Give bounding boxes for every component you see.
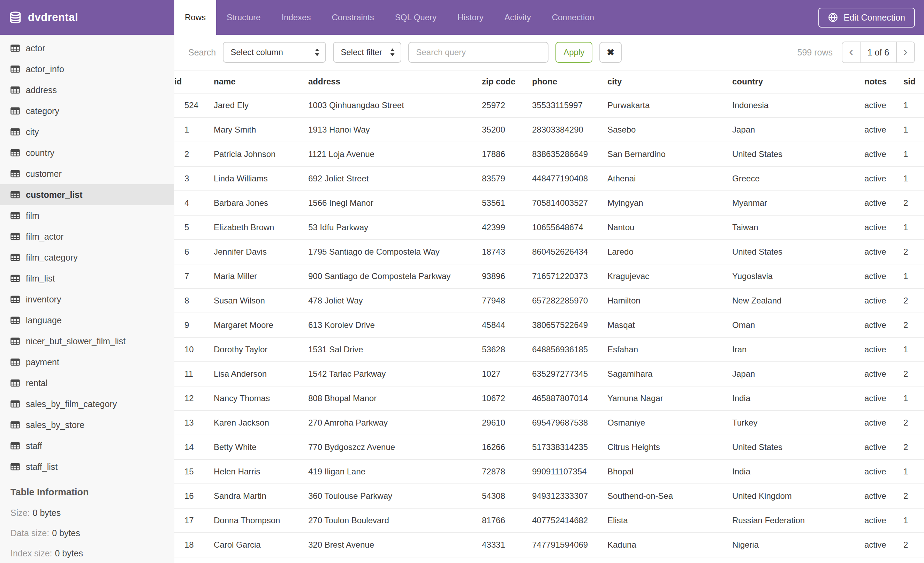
edit-connection-button[interactable]: Edit Connection <box>818 8 915 27</box>
table-row[interactable]: 13 Karen Jackson 270 Amroha Parkway 2961… <box>174 411 924 435</box>
cell-country: Japan <box>732 362 864 386</box>
search-query-input[interactable] <box>408 42 549 63</box>
sidebar-table-item[interactable]: inventory <box>0 289 174 310</box>
clear-search-button[interactable]: ✖ <box>599 42 622 63</box>
sidebar-table-item[interactable]: staff_list <box>0 456 174 477</box>
table-row[interactable]: 1 Mary Smith 1913 Hanoi Way 35200 283033… <box>174 117 924 142</box>
prev-page-button[interactable]: ‹ <box>842 42 860 62</box>
table-row[interactable]: 5 Elizabeth Brown 53 Idfu Parkway 42399 … <box>174 215 924 240</box>
sidebar-table-item[interactable]: address <box>0 80 174 101</box>
filter-select[interactable]: Select filter <box>333 42 401 63</box>
cell-country: Myanmar <box>732 191 864 215</box>
cell-phone: 28303384290 <box>532 117 608 142</box>
table-row[interactable]: 19 Ruth Martinez 1417 Lancaster Avenue 7… <box>174 557 924 563</box>
tab[interactable]: Activity <box>494 0 542 35</box>
tab[interactable]: Rows <box>174 0 216 35</box>
cell-id: 15 <box>174 459 214 484</box>
table-row[interactable]: 524 Jared Ely 1003 Qinhuangdao Street 25… <box>174 93 924 117</box>
sidebar-table-item[interactable]: actor <box>0 38 174 59</box>
cell-zip-code: 29610 <box>482 411 532 435</box>
table-row[interactable]: 3 Linda Williams 692 Joliet Street 83579… <box>174 167 924 191</box>
cell-city: Masqat <box>608 313 732 337</box>
cell-address: 808 Bhopal Manor <box>308 386 482 411</box>
sidebar-table-item[interactable]: language <box>0 310 174 331</box>
table-row[interactable]: 18 Carol Garcia 320 Brest Avenue 43331 7… <box>174 533 924 557</box>
table-header-row: id name address zip code phone city coun… <box>174 70 924 93</box>
tab[interactable]: SQL Query <box>385 0 447 35</box>
cell-city: Southend-on-Sea <box>608 484 732 508</box>
cell-sid: 1 <box>903 386 924 411</box>
sidebar-table-item[interactable]: film_actor <box>0 226 174 247</box>
sidebar-table-item[interactable]: city <box>0 122 174 142</box>
table-row[interactable]: 11 Lisa Anderson 1542 Tarlac Parkway 102… <box>174 362 924 386</box>
sidebar-table-label: country <box>26 148 54 158</box>
cell-country: United States <box>732 240 864 264</box>
sidebar-table-item[interactable]: customer <box>0 163 174 184</box>
sidebar-table-item[interactable]: rental <box>0 372 174 393</box>
cell-zip-code: 72192 <box>482 557 532 563</box>
cell-address: 1417 Lancaster Avenue <box>308 557 482 563</box>
column-header: country <box>732 70 864 93</box>
tab[interactable]: Constraints <box>321 0 384 35</box>
next-page-button[interactable]: › <box>897 42 914 62</box>
sidebar-table-label: sales_by_film_category <box>26 399 117 409</box>
cell-zip-code: 77948 <box>482 288 532 313</box>
sidebar-table-item[interactable]: film <box>0 205 174 226</box>
sidebar-table-item[interactable]: category <box>0 101 174 122</box>
search-toolbar: Search Select column Select filter Apply… <box>174 35 924 70</box>
cell-name: Maria Miller <box>214 264 308 288</box>
cell-sid: 2 <box>903 240 924 264</box>
sidebar-table-item[interactable]: actor_info <box>0 59 174 80</box>
sidebar-table-item[interactable]: sales_by_film_category <box>0 393 174 414</box>
sidebar-table-item[interactable]: country <box>0 142 174 163</box>
cell-id: 1 <box>174 117 214 142</box>
table-row[interactable]: 8 Susan Wilson 478 Joliet Way 77948 6572… <box>174 288 924 313</box>
cell-address: 419 Iligan Lane <box>308 459 482 484</box>
cell-address: 900 Santiago de Compostela Parkway <box>308 264 482 288</box>
table-row[interactable]: 9 Margaret Moore 613 Korolev Drive 45844… <box>174 313 924 337</box>
cell-city: Kragujevac <box>608 264 732 288</box>
cell-id: 11 <box>174 362 214 386</box>
table-row[interactable]: 15 Helen Harris 419 Iligan Lane 72878 99… <box>174 459 924 484</box>
sidebar-table-item[interactable]: nicer_but_slower_film_list <box>0 331 174 351</box>
sidebar-table-item[interactable]: staff <box>0 435 174 456</box>
column-select[interactable]: Select column <box>223 42 326 63</box>
cell-name: Patricia Johnson <box>214 142 308 167</box>
sidebar-table-item[interactable]: film_category <box>0 247 174 268</box>
table-row[interactable]: 2 Patricia Johnson 1121 Loja Avenue 1788… <box>174 142 924 167</box>
table-row[interactable]: 16 Sandra Martin 360 Toulouse Parkway 54… <box>174 484 924 508</box>
table-info-line: Data size:0 bytes <box>10 528 174 538</box>
cell-id: 17 <box>174 508 214 533</box>
sidebar-table-label: category <box>26 106 59 116</box>
table-row[interactable]: 17 Donna Thompson 270 Toulon Boulevard 8… <box>174 508 924 533</box>
cell-notes: active <box>864 191 903 215</box>
sidebar-table-item[interactable]: sales_by_store <box>0 414 174 435</box>
apply-button[interactable]: Apply <box>555 42 592 63</box>
table-row[interactable]: 12 Nancy Thomas 808 Bhopal Manor 10672 4… <box>174 386 924 411</box>
cell-city: Elista <box>608 508 732 533</box>
sidebar-table-item[interactable]: customer_list <box>0 184 174 205</box>
tab[interactable]: Connection <box>542 0 604 35</box>
table-row[interactable]: 7 Maria Miller 900 Santiago de Compostel… <box>174 264 924 288</box>
table-row[interactable]: 14 Betty White 770 Bydgoszcz Avenue 1626… <box>174 435 924 459</box>
sidebar-table-item[interactable]: film_list <box>0 268 174 289</box>
table-row[interactable]: 6 Jennifer Davis 1795 Santiago de Compos… <box>174 240 924 264</box>
table-row[interactable]: 4 Barbara Jones 1566 Inegl Manor 53561 7… <box>174 191 924 215</box>
cell-notes: active <box>864 240 903 264</box>
sidebar-table-label: sales_by_store <box>26 420 84 430</box>
cell-city: Osmaniye <box>608 411 732 435</box>
sidebar-table-item[interactable]: payment <box>0 351 174 372</box>
table-info-label: Data size: <box>10 528 49 538</box>
tab[interactable]: History <box>447 0 494 35</box>
table-icon <box>10 441 20 450</box>
cell-address: 53 Idfu Parkway <box>308 215 482 240</box>
table-row[interactable]: 10 Dorothy Taylor 1531 Sal Drive 53628 6… <box>174 337 924 362</box>
sidebar-table-label: inventory <box>26 294 61 305</box>
cell-city: San Bernardino <box>608 142 732 167</box>
sidebar-table-label: staff <box>26 441 42 451</box>
tab-label: Indexes <box>281 12 310 23</box>
tab[interactable]: Structure <box>216 0 271 35</box>
cell-id: 16 <box>174 484 214 508</box>
cell-country: Iran <box>732 337 864 362</box>
tab[interactable]: Indexes <box>271 0 321 35</box>
